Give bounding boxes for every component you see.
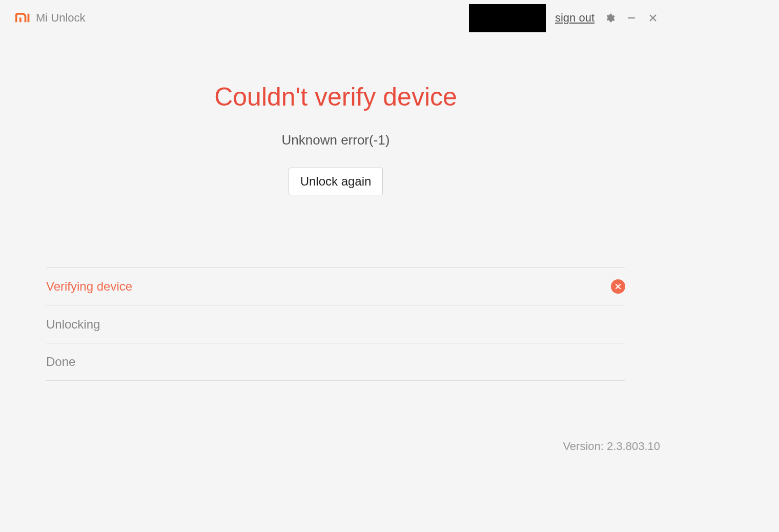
minimize-icon[interactable]	[625, 12, 638, 24]
error-x-icon	[611, 279, 625, 294]
step-label: Unlocking	[46, 317, 100, 332]
step-label: Verifying device	[46, 279, 132, 294]
steps-list: Verifying device Unlocking Done	[46, 267, 625, 381]
titlebar: Mi Unlock sign out	[0, 0, 671, 36]
sign-out-link[interactable]: sign out	[555, 11, 594, 25]
error-subtitle: Unknown error(-1)	[0, 132, 671, 148]
close-icon[interactable]	[647, 12, 659, 24]
main-content: Couldn't verify device Unknown error(-1)…	[0, 36, 671, 195]
step-done: Done	[46, 343, 625, 381]
mi-logo-icon	[15, 12, 31, 24]
app-title: Mi Unlock	[36, 11, 86, 25]
unlock-again-button[interactable]: Unlock again	[289, 168, 383, 195]
step-verifying: Verifying device	[46, 267, 625, 305]
step-unlocking: Unlocking	[46, 305, 625, 343]
version-label: Version: 2.3.803.10	[563, 440, 660, 453]
error-title: Couldn't verify device	[0, 82, 671, 112]
titlebar-right: sign out	[469, 4, 659, 32]
app-logo: Mi Unlock	[15, 11, 86, 25]
gear-icon[interactable]	[604, 12, 616, 24]
user-account-redacted	[469, 4, 546, 32]
step-label: Done	[46, 355, 75, 369]
